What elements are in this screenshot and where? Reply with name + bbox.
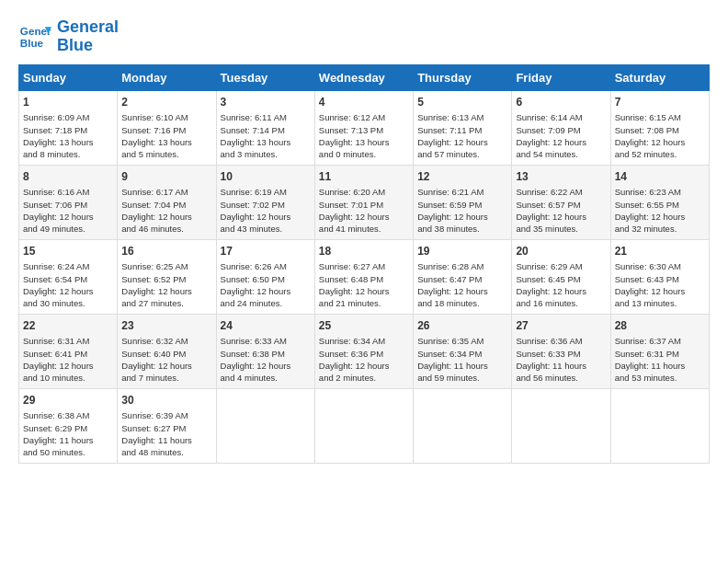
calendar-cell: 2Sunrise: 6:10 AMSunset: 7:16 PMDaylight… [118,90,216,165]
day-number: 13 [516,169,606,185]
day-number: 27 [516,318,606,334]
week-row-5: 29Sunrise: 6:38 AMSunset: 6:29 PMDayligh… [19,388,710,463]
calendar-cell: 27Sunrise: 6:36 AMSunset: 6:33 PMDayligh… [512,314,610,388]
calendar-cell: 23Sunrise: 6:32 AMSunset: 6:40 PMDayligh… [118,314,216,388]
calendar-cell: 8Sunrise: 6:16 AMSunset: 7:06 PMDaylight… [19,165,118,239]
cell-content: Sunrise: 6:26 AMSunset: 6:50 PMDaylight:… [221,260,311,309]
day-number: 4 [319,95,409,110]
calendar-cell [414,388,512,463]
cell-content: Sunrise: 6:17 AMSunset: 7:04 PMDaylight:… [121,186,211,235]
week-row-2: 8Sunrise: 6:16 AMSunset: 7:06 PMDaylight… [19,165,710,239]
cell-content: Sunrise: 6:19 AMSunset: 7:02 PMDaylight:… [221,186,311,235]
calendar-cell: 26Sunrise: 6:35 AMSunset: 6:34 PMDayligh… [414,314,512,388]
calendar-cell: 17Sunrise: 6:26 AMSunset: 6:50 PMDayligh… [216,239,314,314]
day-number: 23 [121,318,211,334]
cell-content: Sunrise: 6:37 AMSunset: 6:31 PMDaylight:… [615,335,705,384]
page-header: General Blue General Blue [18,18,710,55]
day-number: 20 [516,244,606,259]
col-header-wednesday: Wednesday [314,64,413,90]
cell-content: Sunrise: 6:15 AMSunset: 7:08 PMDaylight:… [615,111,705,160]
header-row: SundayMondayTuesdayWednesdayThursdayFrid… [19,64,710,90]
calendar-cell [216,388,314,463]
cell-content: Sunrise: 6:29 AMSunset: 6:45 PMDaylight:… [516,260,606,309]
calendar-cell: 22Sunrise: 6:31 AMSunset: 6:41 PMDayligh… [19,314,118,388]
col-header-tuesday: Tuesday [216,64,314,90]
cell-content: Sunrise: 6:35 AMSunset: 6:34 PMDaylight:… [417,335,507,384]
cell-content: Sunrise: 6:28 AMSunset: 6:47 PMDaylight:… [417,260,507,309]
day-number: 6 [516,95,606,110]
calendar-cell: 29Sunrise: 6:38 AMSunset: 6:29 PMDayligh… [19,388,118,463]
day-number: 25 [319,318,409,334]
day-number: 18 [319,244,409,259]
calendar-cell [610,388,709,463]
calendar-cell: 13Sunrise: 6:22 AMSunset: 6:57 PMDayligh… [512,165,610,239]
calendar-cell: 20Sunrise: 6:29 AMSunset: 6:45 PMDayligh… [512,239,610,314]
col-header-friday: Friday [512,64,610,90]
cell-content: Sunrise: 6:20 AMSunset: 7:01 PMDaylight:… [319,186,409,235]
calendar-cell: 9Sunrise: 6:17 AMSunset: 7:04 PMDaylight… [118,165,216,239]
day-number: 10 [221,169,311,185]
cell-content: Sunrise: 6:30 AMSunset: 6:43 PMDaylight:… [615,260,705,309]
cell-content: Sunrise: 6:10 AMSunset: 7:16 PMDaylight:… [121,111,211,160]
day-number: 3 [221,95,311,110]
day-number: 21 [615,244,705,259]
col-header-monday: Monday [118,64,216,90]
cell-content: Sunrise: 6:11 AMSunset: 7:14 PMDaylight:… [221,111,311,160]
cell-content: Sunrise: 6:39 AMSunset: 6:27 PMDaylight:… [121,409,211,458]
cell-content: Sunrise: 6:27 AMSunset: 6:48 PMDaylight:… [319,260,409,309]
day-number: 5 [417,95,507,110]
day-number: 17 [221,244,311,259]
cell-content: Sunrise: 6:12 AMSunset: 7:13 PMDaylight:… [319,111,409,160]
day-number: 7 [615,95,705,110]
calendar-cell [512,388,610,463]
col-header-thursday: Thursday [414,64,512,90]
calendar-cell: 6Sunrise: 6:14 AMSunset: 7:09 PMDaylight… [512,90,610,165]
cell-content: Sunrise: 6:25 AMSunset: 6:52 PMDaylight:… [121,260,211,309]
cell-content: Sunrise: 6:21 AMSunset: 6:59 PMDaylight:… [417,186,507,235]
logo-icon: General Blue [18,20,51,53]
cell-content: Sunrise: 6:32 AMSunset: 6:40 PMDaylight:… [121,335,211,384]
calendar-cell: 11Sunrise: 6:20 AMSunset: 7:01 PMDayligh… [314,165,413,239]
day-number: 12 [417,169,507,185]
day-number: 2 [121,95,211,110]
cell-content: Sunrise: 6:38 AMSunset: 6:29 PMDaylight:… [23,409,113,458]
logo-line2: Blue [57,36,93,54]
calendar-cell: 14Sunrise: 6:23 AMSunset: 6:55 PMDayligh… [610,165,709,239]
cell-content: Sunrise: 6:34 AMSunset: 6:36 PMDaylight:… [319,335,409,384]
day-number: 24 [221,318,311,334]
svg-text:Blue: Blue [20,37,44,49]
day-number: 1 [23,95,113,110]
day-number: 8 [23,169,113,185]
day-number: 28 [615,318,705,334]
calendar-cell: 5Sunrise: 6:13 AMSunset: 7:11 PMDaylight… [414,90,512,165]
svg-text:General: General [20,25,51,37]
calendar-cell: 16Sunrise: 6:25 AMSunset: 6:52 PMDayligh… [118,239,216,314]
calendar-cell: 10Sunrise: 6:19 AMSunset: 7:02 PMDayligh… [216,165,314,239]
cell-content: Sunrise: 6:24 AMSunset: 6:54 PMDaylight:… [23,260,113,309]
col-header-sunday: Sunday [19,64,118,90]
logo-line1: General [57,17,119,36]
calendar-cell: 12Sunrise: 6:21 AMSunset: 6:59 PMDayligh… [414,165,512,239]
calendar-cell: 1Sunrise: 6:09 AMSunset: 7:18 PMDaylight… [19,90,118,165]
cell-content: Sunrise: 6:13 AMSunset: 7:11 PMDaylight:… [417,111,507,160]
calendar-table: SundayMondayTuesdayWednesdayThursdayFrid… [18,64,710,464]
day-number: 11 [319,169,409,185]
cell-content: Sunrise: 6:36 AMSunset: 6:33 PMDaylight:… [516,335,606,384]
calendar-cell [314,388,413,463]
cell-content: Sunrise: 6:31 AMSunset: 6:41 PMDaylight:… [23,335,113,384]
logo-text: General Blue [57,18,119,55]
day-number: 29 [23,393,113,408]
calendar-cell: 3Sunrise: 6:11 AMSunset: 7:14 PMDaylight… [216,90,314,165]
week-row-3: 15Sunrise: 6:24 AMSunset: 6:54 PMDayligh… [19,239,710,314]
calendar-cell: 18Sunrise: 6:27 AMSunset: 6:48 PMDayligh… [314,239,413,314]
calendar-cell: 28Sunrise: 6:37 AMSunset: 6:31 PMDayligh… [610,314,709,388]
calendar-cell: 15Sunrise: 6:24 AMSunset: 6:54 PMDayligh… [19,239,118,314]
day-number: 14 [615,169,705,185]
calendar-cell: 7Sunrise: 6:15 AMSunset: 7:08 PMDaylight… [610,90,709,165]
cell-content: Sunrise: 6:14 AMSunset: 7:09 PMDaylight:… [516,111,606,160]
calendar-cell: 24Sunrise: 6:33 AMSunset: 6:38 PMDayligh… [216,314,314,388]
week-row-4: 22Sunrise: 6:31 AMSunset: 6:41 PMDayligh… [19,314,710,388]
cell-content: Sunrise: 6:16 AMSunset: 7:06 PMDaylight:… [23,186,113,235]
week-row-1: 1Sunrise: 6:09 AMSunset: 7:18 PMDaylight… [19,90,710,165]
calendar-cell: 21Sunrise: 6:30 AMSunset: 6:43 PMDayligh… [610,239,709,314]
